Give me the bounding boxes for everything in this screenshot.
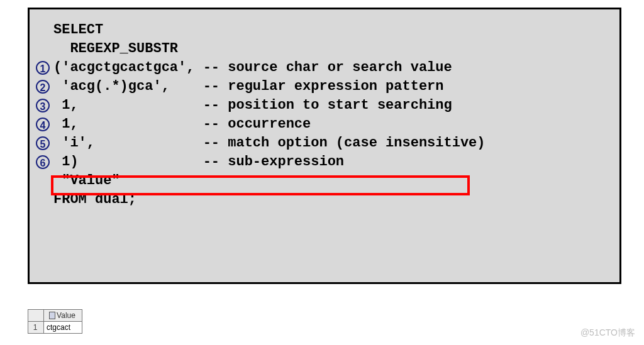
code-text: SELECT [53,22,103,38]
code-line: 5 'i', -- match option (case insensitive… [36,134,608,153]
column-header-text: Value [57,311,75,320]
code-line: FROM dual; [36,190,608,209]
code-line: 4 1, -- occurrence [36,115,608,134]
query-result-table: Value 1 ctgcact [28,309,82,334]
code-line: 1('acgctgcactgca', -- source char or sea… [36,58,608,77]
marker-3-icon: 3 [36,99,50,112]
code-text: 'i', -- match option (case insensitive) [53,135,486,151]
column-icon [49,312,55,319]
watermark-text: @51CTO博客 [580,327,635,339]
marker-2-icon: 2 [36,80,50,94]
code-text: "Value" [53,173,120,189]
marker-5-icon: 5 [36,136,50,150]
table-row: Value [28,310,82,322]
code-line: "Value" [36,172,608,190]
code-text: 'acg(.*)gca', -- regular expression patt… [53,79,444,94]
code-text: ('acgctgcactgca', -- source char or sear… [53,60,452,75]
code-line: 6 1) -- sub-expression [36,153,608,172]
code-line: REGEXP_SUBSTR [36,40,608,58]
code-line: SELECT [36,21,608,40]
code-text: REGEXP_SUBSTR [53,41,178,57]
code-text: FROM dual; [53,192,136,207]
code-text: 1) -- sub-expression [53,154,344,170]
marker-4-icon: 4 [36,118,50,131]
rownum-cell: 1 [28,322,44,334]
code-line: 3 1, -- position to start searching [36,96,608,115]
marker-1-icon: 1 [36,61,50,75]
code-line: 2 'acg(.*)gca', -- regular expression pa… [36,77,608,96]
result-cell: ctgcact [44,322,82,334]
marker-6-icon: 6 [36,155,50,169]
code-text: 1, -- position to start searching [53,97,452,113]
code-text: 1, -- occurrence [53,116,311,132]
column-header: Value [44,310,82,322]
sql-code-box: SELECT REGEXP_SUBSTR 1('acgctgcactgca', … [28,8,621,284]
table-row: 1 ctgcact [28,322,82,334]
rownum-header [28,310,44,322]
